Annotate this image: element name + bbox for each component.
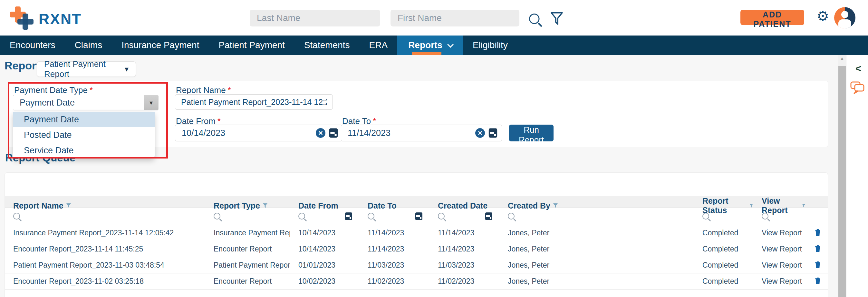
payment-date-type-label: Payment Date Type* [14,85,93,95]
payment-date-type-value: Payment Date [13,98,144,108]
panel-divider [848,99,866,99]
nav-item-statements[interactable]: Statements [294,35,360,55]
col-report-type[interactable]: Report Type [205,201,290,211]
required-asterisk: * [228,85,231,95]
add-patient-button[interactable]: ADD PATIENT [740,10,804,25]
col-view-report[interactable]: View Report [753,196,806,215]
avatar[interactable] [834,7,856,28]
search-icon [508,213,515,219]
search-icon [703,213,709,219]
main-nav: Encounters Claims Insurance Payment Pati… [0,35,868,55]
nav-item-insurance-payment[interactable]: Insurance Payment [112,35,209,55]
search-icon [298,213,305,219]
view-report-link[interactable]: View Report [753,261,806,270]
column-filter-icon[interactable] [262,203,268,208]
calendar-icon[interactable] [489,129,497,138]
payment-date-type-select[interactable]: Payment Date ▾ [13,95,158,110]
status-badge: Completed [694,277,753,286]
gear-icon[interactable]: ⚙ [816,9,829,23]
right-side-panel: < [846,55,868,297]
scrollbar-thumb[interactable] [838,66,846,297]
calendar-icon[interactable] [415,212,423,220]
first-name-input[interactable] [391,10,519,26]
filter-created-date[interactable] [430,212,499,220]
delete-icon[interactable] [814,228,821,236]
calendar-icon[interactable] [329,129,338,138]
last-name-input[interactable] [250,10,380,26]
search-icon [214,213,220,219]
nav-item-encounters[interactable]: Encounters [0,35,65,55]
col-created-by[interactable]: Created By [499,201,694,211]
caret-down-icon: ▾ [125,65,129,73]
col-date-from[interactable]: Date From [290,201,359,211]
run-report-button[interactable]: Run Report [509,125,554,141]
search-icon [438,213,445,219]
clear-date-icon[interactable]: × [316,128,326,138]
filter-view-report[interactable] [753,213,806,219]
option-payment-date[interactable]: Payment Date [13,112,155,127]
filter-icon[interactable] [550,11,563,26]
date-from-input[interactable]: 10/14/2023 × [175,125,342,141]
search-icon [13,213,20,219]
search-icon [762,213,769,219]
delete-icon[interactable] [814,244,821,252]
option-service-date[interactable]: Service Date [13,143,155,158]
column-filter-icon[interactable] [802,203,806,208]
nav-item-claims[interactable]: Claims [65,35,112,55]
select-dropdown-button[interactable]: ▾ [144,95,158,110]
filter-created-by[interactable] [499,213,694,219]
required-asterisk: * [90,85,93,95]
table-row: Encounter Report_2023-11-02 03:25:18 Enc… [5,273,828,290]
chevron-down-icon [447,41,454,48]
report-name-input[interactable] [175,94,333,110]
view-report-link[interactable]: View Report [753,228,806,237]
view-report-link[interactable]: View Report [753,245,806,253]
column-filter-icon[interactable] [749,203,753,208]
col-created-date[interactable]: Created Date [430,201,499,211]
vertical-scrollbar[interactable]: ▲ [838,55,846,297]
calendar-icon[interactable] [485,212,492,220]
search-icon [368,213,374,219]
date-to-input[interactable]: 11/14/2023 × [341,125,502,141]
filter-date-from[interactable] [290,212,359,220]
col-report-name[interactable]: Report Name [5,201,205,211]
status-badge: Completed [694,261,753,270]
table-header-row: Report Name Report Type Date From Date T… [5,196,828,208]
collapse-panel-icon[interactable]: < [856,63,862,75]
col-date-to[interactable]: Date To [359,201,430,211]
nav-item-era[interactable]: ERA [360,35,398,55]
nav-item-reports[interactable]: Reports [397,35,463,55]
delete-icon[interactable] [814,260,821,269]
search-icon[interactable] [529,14,540,24]
top-header: RXNT ADD PATIENT ⚙ [0,0,868,35]
filter-date-to[interactable] [359,212,430,220]
clear-date-icon[interactable]: × [475,128,485,138]
calendar-icon[interactable] [345,212,352,220]
status-badge: Completed [694,245,753,253]
avatar-person-icon [841,11,848,18]
view-report-link[interactable]: View Report [753,277,806,286]
column-filter-icon[interactable] [66,203,71,208]
nav-item-patient-payment[interactable]: Patient Payment [209,35,294,55]
status-badge: Completed [694,228,753,237]
option-posted-date[interactable]: Posted Date [13,127,155,143]
column-filter-icon[interactable] [553,203,558,208]
filter-report-status[interactable] [694,213,753,219]
rxnt-logo: RXNT [9,6,93,30]
logo-cross-navy-icon [18,14,33,30]
report-type-select[interactable]: Patient Payment Report ▾ [37,61,136,77]
table-row: Insurance Payment Report_2023-11-14 12:0… [5,225,828,241]
chat-icon[interactable] [850,81,865,95]
delete-icon[interactable] [814,276,821,285]
scroll-up-icon[interactable]: ▲ [838,56,846,61]
logo-text: RXNT [39,10,82,28]
nav-item-eligibility[interactable]: Eligibility [463,35,518,55]
report-queue-card: Total Items: 4 ↻ Refresh Reset Grid Repo… [4,172,828,297]
filter-report-name[interactable] [5,213,205,219]
col-report-status[interactable]: Report Status [694,196,753,215]
report-queue-table: Report Name Report Type Date From Date T… [5,196,828,290]
payment-date-type-dropdown: Payment Date Posted Date Service Date [13,112,155,158]
table-row: Encounter Report_2023-11-14 11:45:25 Enc… [5,241,828,257]
filter-report-type[interactable] [205,213,290,219]
caret-down-icon: ▾ [150,99,153,107]
